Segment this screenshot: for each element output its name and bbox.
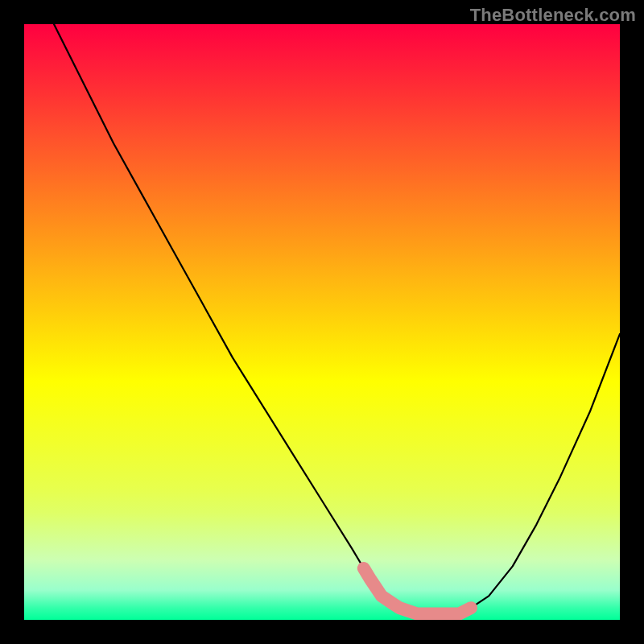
plot-area xyxy=(24,24,620,620)
bottleneck-curve xyxy=(54,24,620,614)
watermark-text: TheBottleneck.com xyxy=(470,5,636,26)
curve-layer xyxy=(24,24,620,620)
optimal-range-marker xyxy=(364,568,471,614)
chart-frame: TheBottleneck.com xyxy=(0,0,644,644)
